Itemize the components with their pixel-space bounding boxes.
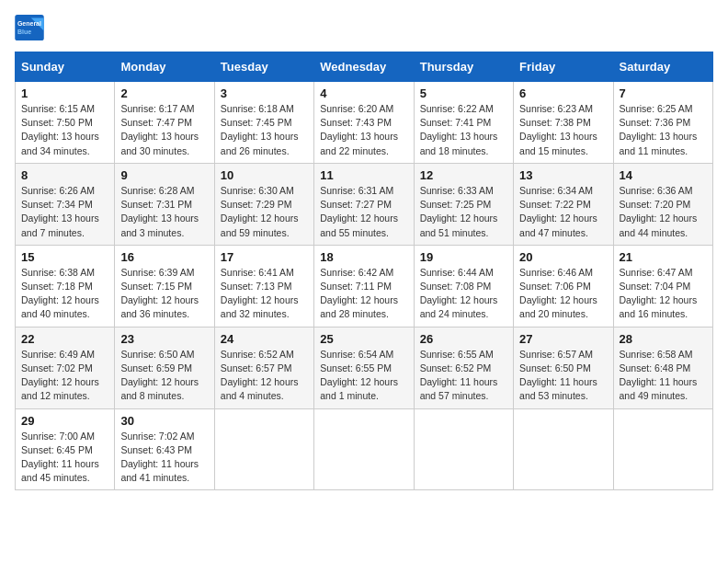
day-number: 13 (519, 168, 607, 182)
day-info: Sunrise: 6:23 AM Sunset: 7:38 PM Dayligh… (519, 102, 607, 158)
calendar-cell (514, 408, 613, 490)
day-info: Sunrise: 6:55 AM Sunset: 6:52 PM Dayligh… (420, 348, 507, 404)
day-info: Sunrise: 6:42 AM Sunset: 7:11 PM Dayligh… (320, 266, 407, 322)
day-info: Sunrise: 6:33 AM Sunset: 7:25 PM Dayligh… (420, 184, 507, 240)
day-number: 7 (620, 86, 707, 100)
day-number: 29 (21, 414, 108, 428)
calendar-cell (214, 408, 313, 490)
calendar-cell: 10Sunrise: 6:30 AM Sunset: 7:29 PM Dayli… (214, 163, 313, 245)
calendar-cell: 16Sunrise: 6:39 AM Sunset: 7:15 PM Dayli… (115, 245, 214, 327)
weekday-header: Thursday (414, 52, 513, 82)
calendar-cell: 5Sunrise: 6:22 AM Sunset: 7:41 PM Daylig… (414, 82, 513, 164)
calendar-cell: 25Sunrise: 6:54 AM Sunset: 6:55 PM Dayli… (314, 327, 414, 408)
weekday-header: Monday (115, 52, 214, 82)
calendar-cell: 30Sunrise: 7:02 AM Sunset: 6:43 PM Dayli… (115, 408, 214, 490)
weekday-header: Tuesday (214, 52, 313, 82)
day-info: Sunrise: 6:57 AM Sunset: 6:50 PM Dayligh… (519, 348, 607, 404)
day-number: 21 (620, 250, 707, 264)
day-info: Sunrise: 6:36 AM Sunset: 7:20 PM Dayligh… (620, 184, 707, 240)
calendar-cell: 14Sunrise: 6:36 AM Sunset: 7:20 PM Dayli… (613, 163, 712, 245)
day-number: 3 (221, 86, 308, 100)
weekday-header: Wednesday (314, 52, 414, 82)
day-info: Sunrise: 6:38 AM Sunset: 7:18 PM Dayligh… (21, 266, 108, 322)
day-number: 24 (221, 332, 308, 346)
weekday-header: Sunday (16, 52, 115, 82)
day-number: 16 (120, 250, 208, 264)
calendar-cell: 1Sunrise: 6:15 AM Sunset: 7:50 PM Daylig… (16, 82, 115, 164)
day-info: Sunrise: 6:34 AM Sunset: 7:22 PM Dayligh… (519, 184, 607, 240)
calendar-cell (613, 408, 712, 490)
day-info: Sunrise: 6:46 AM Sunset: 7:06 PM Dayligh… (519, 266, 607, 322)
calendar-cell: 17Sunrise: 6:41 AM Sunset: 7:13 PM Dayli… (214, 245, 313, 327)
day-number: 2 (120, 86, 208, 100)
day-info: Sunrise: 6:20 AM Sunset: 7:43 PM Dayligh… (320, 102, 407, 158)
day-number: 8 (21, 168, 108, 182)
calendar-cell: 4Sunrise: 6:20 AM Sunset: 7:43 PM Daylig… (314, 82, 414, 164)
calendar-cell: 15Sunrise: 6:38 AM Sunset: 7:18 PM Dayli… (16, 245, 115, 327)
calendar-week-row: 22Sunrise: 6:49 AM Sunset: 7:02 PM Dayli… (16, 327, 713, 408)
svg-text:General: General (17, 20, 41, 27)
day-info: Sunrise: 6:22 AM Sunset: 7:41 PM Dayligh… (420, 102, 507, 158)
day-number: 25 (320, 332, 407, 346)
logo: General Blue (15, 15, 44, 40)
calendar-cell: 23Sunrise: 6:50 AM Sunset: 6:59 PM Dayli… (115, 327, 214, 408)
calendar-cell: 12Sunrise: 6:33 AM Sunset: 7:25 PM Dayli… (414, 163, 513, 245)
calendar-cell (314, 408, 414, 490)
calendar-cell: 26Sunrise: 6:55 AM Sunset: 6:52 PM Dayli… (414, 327, 513, 408)
day-info: Sunrise: 6:28 AM Sunset: 7:31 PM Dayligh… (120, 184, 208, 240)
calendar-week-row: 8Sunrise: 6:26 AM Sunset: 7:34 PM Daylig… (16, 163, 713, 245)
calendar-cell: 28Sunrise: 6:58 AM Sunset: 6:48 PM Dayli… (613, 327, 712, 408)
day-info: Sunrise: 6:54 AM Sunset: 6:55 PM Dayligh… (320, 348, 407, 404)
calendar-week-row: 1Sunrise: 6:15 AM Sunset: 7:50 PM Daylig… (16, 82, 713, 164)
calendar-cell: 19Sunrise: 6:44 AM Sunset: 7:08 PM Dayli… (414, 245, 513, 327)
day-number: 11 (320, 168, 407, 182)
day-info: Sunrise: 6:49 AM Sunset: 7:02 PM Dayligh… (21, 348, 108, 404)
calendar-header-row: SundayMondayTuesdayWednesdayThursdayFrid… (16, 52, 713, 82)
calendar-cell: 7Sunrise: 6:25 AM Sunset: 7:36 PM Daylig… (613, 82, 712, 164)
calendar-cell: 3Sunrise: 6:18 AM Sunset: 7:45 PM Daylig… (214, 82, 313, 164)
calendar-cell: 24Sunrise: 6:52 AM Sunset: 6:57 PM Dayli… (214, 327, 313, 408)
day-info: Sunrise: 7:02 AM Sunset: 6:43 PM Dayligh… (120, 430, 208, 486)
calendar-cell: 8Sunrise: 6:26 AM Sunset: 7:34 PM Daylig… (16, 163, 115, 245)
day-number: 10 (221, 168, 308, 182)
day-info: Sunrise: 6:25 AM Sunset: 7:36 PM Dayligh… (620, 102, 707, 158)
calendar-cell: 6Sunrise: 6:23 AM Sunset: 7:38 PM Daylig… (514, 82, 613, 164)
day-info: Sunrise: 6:26 AM Sunset: 7:34 PM Dayligh… (21, 184, 108, 240)
day-number: 4 (320, 86, 407, 100)
day-number: 12 (420, 168, 507, 182)
day-info: Sunrise: 6:30 AM Sunset: 7:29 PM Dayligh… (221, 184, 308, 240)
day-info: Sunrise: 6:58 AM Sunset: 6:48 PM Dayligh… (620, 348, 707, 404)
weekday-header: Saturday (613, 52, 712, 82)
day-number: 27 (519, 332, 607, 346)
day-info: Sunrise: 6:41 AM Sunset: 7:13 PM Dayligh… (221, 266, 308, 322)
day-number: 17 (221, 250, 308, 264)
calendar-cell: 27Sunrise: 6:57 AM Sunset: 6:50 PM Dayli… (514, 327, 613, 408)
calendar-cell: 11Sunrise: 6:31 AM Sunset: 7:27 PM Dayli… (314, 163, 414, 245)
weekday-header: Friday (514, 52, 613, 82)
calendar-week-row: 29Sunrise: 7:00 AM Sunset: 6:45 PM Dayli… (16, 408, 713, 490)
day-number: 14 (620, 168, 707, 182)
day-info: Sunrise: 6:44 AM Sunset: 7:08 PM Dayligh… (420, 266, 507, 322)
day-info: Sunrise: 6:47 AM Sunset: 7:04 PM Dayligh… (620, 266, 707, 322)
calendar-cell: 2Sunrise: 6:17 AM Sunset: 7:47 PM Daylig… (115, 82, 214, 164)
calendar-week-row: 15Sunrise: 6:38 AM Sunset: 7:18 PM Dayli… (16, 245, 713, 327)
calendar-cell: 13Sunrise: 6:34 AM Sunset: 7:22 PM Dayli… (514, 163, 613, 245)
header: General Blue (15, 15, 713, 40)
day-number: 22 (21, 332, 108, 346)
day-number: 26 (420, 332, 507, 346)
day-number: 18 (320, 250, 407, 264)
day-info: Sunrise: 6:18 AM Sunset: 7:45 PM Dayligh… (221, 102, 308, 158)
day-info: Sunrise: 6:15 AM Sunset: 7:50 PM Dayligh… (21, 102, 108, 158)
day-number: 28 (620, 332, 707, 346)
day-number: 1 (21, 86, 108, 100)
day-number: 6 (519, 86, 607, 100)
day-number: 5 (420, 86, 507, 100)
day-number: 9 (120, 168, 208, 182)
svg-text:Blue: Blue (17, 29, 31, 35)
day-number: 20 (519, 250, 607, 264)
day-info: Sunrise: 7:00 AM Sunset: 6:45 PM Dayligh… (21, 430, 108, 486)
logo-icon: General Blue (15, 15, 44, 40)
day-info: Sunrise: 6:50 AM Sunset: 6:59 PM Dayligh… (120, 348, 208, 404)
day-number: 23 (120, 332, 208, 346)
calendar-cell: 18Sunrise: 6:42 AM Sunset: 7:11 PM Dayli… (314, 245, 414, 327)
